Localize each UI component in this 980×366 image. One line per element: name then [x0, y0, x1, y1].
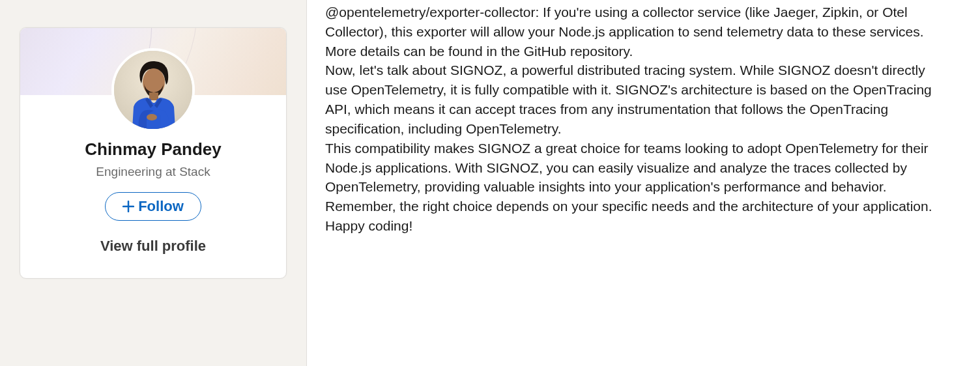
avatar[interactable] — [111, 48, 195, 132]
svg-point-1 — [143, 68, 165, 96]
profile-name[interactable]: Chinmay Pandey — [20, 139, 286, 160]
plus-icon — [122, 201, 134, 212]
article-paragraph: This compatibility makes SIGNOZ a great … — [325, 139, 944, 197]
svg-rect-2 — [149, 92, 158, 100]
follow-label: Follow — [138, 198, 184, 215]
svg-point-3 — [147, 114, 157, 120]
follow-button[interactable]: Follow — [105, 192, 201, 221]
article-paragraph: Remember, the right choice depends on yo… — [325, 197, 944, 236]
view-full-profile-link[interactable]: View full profile — [20, 238, 286, 255]
article-content: @opentelemetry/exporter-collector: If yo… — [307, 0, 980, 366]
avatar-image — [114, 51, 192, 129]
profile-subtitle: Engineering at Stack — [20, 165, 286, 179]
profile-card: U R W AL — [20, 27, 287, 279]
article-paragraph: @opentelemetry/exporter-collector: If yo… — [325, 3, 944, 61]
article-paragraph: Now, let's talk about SIGNOZ, a powerful… — [325, 61, 944, 138]
sidebar: U R W AL — [0, 0, 306, 366]
